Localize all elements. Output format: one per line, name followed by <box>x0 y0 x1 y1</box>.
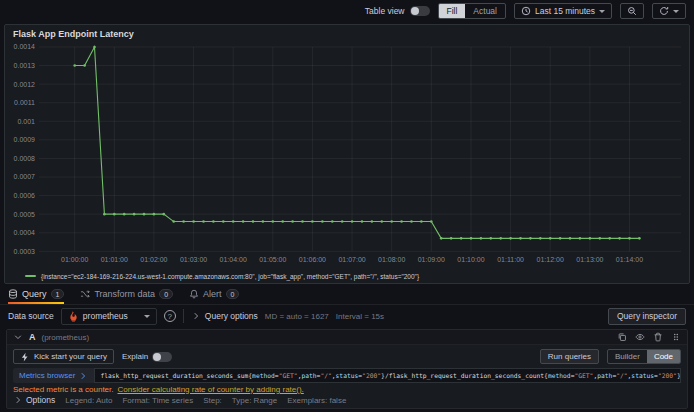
editor-tabs: Query 1 Transform data 0 Alert 0 <box>0 284 694 305</box>
add-rate-link[interactable]: Consider calculating rate of counter by … <box>118 385 304 394</box>
tab-count-badge: 1 <box>51 289 65 299</box>
caret-down-icon <box>599 10 605 13</box>
kick-start-label: Kick start your query <box>34 352 107 361</box>
explain-label: Explain <box>122 352 148 361</box>
query-datasource-ref: (prometheus) <box>42 333 90 342</box>
query-editor-row: A (prometheus) <box>6 329 688 409</box>
table-view-control: Table view <box>365 6 430 16</box>
hide-query-eye-icon[interactable] <box>635 332 645 342</box>
tab-count-badge: 0 <box>159 289 173 299</box>
promql-expression[interactable]: flask_http_request_duration_seconds_sum{… <box>94 368 681 383</box>
divider <box>183 309 184 323</box>
panel-size-toggle: Fill Actual <box>438 3 506 19</box>
database-icon <box>8 289 18 299</box>
svg-text:0.0013: 0.0013 <box>14 62 36 69</box>
query-options-toggle[interactable]: Query options <box>191 311 258 321</box>
refresh-button[interactable] <box>652 3 686 19</box>
chart-canvas[interactable]: 01:00:0001:01:0001:02:0001:03:0001:04:00… <box>5 41 689 269</box>
timeseries-panel: Flask App Endpoint Latency 01:00:0001:01… <box>4 24 690 284</box>
fill-button[interactable]: Fill <box>439 4 466 18</box>
legend: {instance="ec2-184-169-216-224.us-west-1… <box>5 269 689 283</box>
svg-text:01:07:00: 01:07:00 <box>338 256 365 263</box>
svg-text:0.0011: 0.0011 <box>14 99 35 106</box>
svg-text:01:04:00: 01:04:00 <box>220 256 247 263</box>
svg-text:01:13:00: 01:13:00 <box>576 256 603 263</box>
tab-label: Alert <box>203 289 222 299</box>
time-range-picker[interactable]: Last 15 minutes <box>514 3 612 19</box>
builder-button[interactable]: Builder <box>608 350 647 363</box>
caret-down-icon <box>144 315 150 318</box>
timeseries-chart[interactable]: 01:00:0001:01:0001:02:0001:03:0001:04:00… <box>5 41 689 269</box>
svg-text:01:05:00: 01:05:00 <box>259 256 286 263</box>
svg-text:0.0009: 0.0009 <box>14 136 36 143</box>
clock-icon <box>521 6 531 16</box>
tab-alert[interactable]: Alert 0 <box>189 284 239 304</box>
query-row-actions <box>617 332 681 342</box>
table-view-label: Table view <box>365 6 405 16</box>
options-summary: Legend: AutoFormat: Time seriesStep:Type… <box>65 396 346 405</box>
question-glyph: ? <box>168 312 172 321</box>
svg-text:01:09:00: 01:09:00 <box>418 256 445 263</box>
datasource-name: prometheus <box>83 311 128 321</box>
tab-transform-data[interactable]: Transform data 0 <box>80 284 173 304</box>
svg-text:0.0006: 0.0006 <box>14 192 36 199</box>
metrics-browser-label: Metrics browser <box>19 371 75 380</box>
query-row-header[interactable]: A (prometheus) <box>7 330 687 345</box>
caret-down-icon <box>673 10 679 13</box>
datasource-help-button[interactable]: ? <box>164 310 176 322</box>
svg-text:01:10:00: 01:10:00 <box>457 256 484 263</box>
datasource-picker[interactable]: prometheus <box>61 308 157 325</box>
options-label: Options <box>26 395 55 405</box>
svg-text:01:14:00: 01:14:00 <box>616 256 643 263</box>
query-options-summary: MD = auto = 1627 <box>265 312 329 321</box>
kick-start-query-button[interactable]: Kick start your query <box>13 349 114 364</box>
query-options-label: Query options <box>205 311 258 321</box>
svg-text:0.0005: 0.0005 <box>14 210 36 217</box>
tab-label: Query <box>22 289 47 299</box>
chevron-right-icon <box>191 311 201 321</box>
tab-count-badge: 0 <box>226 289 240 299</box>
drag-handle-icon[interactable] <box>671 332 681 342</box>
metrics-browser-toggle[interactable]: Metrics browser <box>13 368 94 383</box>
svg-text:01:01:00: 01:01:00 <box>101 256 128 263</box>
actual-button[interactable]: Actual <box>465 4 505 18</box>
svg-text:01:03:00: 01:03:00 <box>180 256 207 263</box>
zoom-out-button[interactable] <box>620 3 644 19</box>
legend-series-label[interactable]: {instance="ec2-184-169-216-224.us-west-1… <box>41 273 419 280</box>
tab-label: Transform data <box>94 289 155 299</box>
tab-query[interactable]: Query 1 <box>8 284 64 304</box>
run-queries-button[interactable]: Run queries <box>540 349 599 364</box>
svg-text:0.0014: 0.0014 <box>14 43 36 50</box>
explain-toggle[interactable] <box>152 352 172 362</box>
svg-text:01:11:00: 01:11:00 <box>497 256 524 263</box>
svg-text:0.0004: 0.0004 <box>14 229 36 236</box>
panel-title: Flask App Endpoint Latency <box>5 25 689 41</box>
expression-row: Metrics browser flask_http_request_durat… <box>7 368 687 383</box>
remove-query-trash-icon[interactable] <box>653 332 663 342</box>
code-button[interactable]: Code <box>647 350 680 363</box>
options-toggle[interactable]: Options <box>13 395 55 405</box>
svg-text:0.0007: 0.0007 <box>14 173 36 180</box>
transform-icon <box>80 289 90 299</box>
chevron-down-icon[interactable] <box>13 332 23 342</box>
svg-text:01:00:00: 01:00:00 <box>61 256 88 263</box>
query-toolbar: Kick start your query Explain Run querie… <box>7 347 687 366</box>
counter-warning: Selected metric is a counter. Consider c… <box>7 384 687 394</box>
svg-text:01:12:00: 01:12:00 <box>537 256 564 263</box>
zoom-out-icon <box>627 6 637 16</box>
svg-text:01:02:00: 01:02:00 <box>140 256 167 263</box>
grafana-panel-editor: Table view Fill Actual Last 15 minutes <box>0 0 694 412</box>
chevron-right-icon <box>13 395 23 405</box>
query-inspector-button[interactable]: Query inspector <box>608 308 686 325</box>
table-view-toggle[interactable] <box>410 6 430 16</box>
svg-text:0.0003: 0.0003 <box>14 248 36 255</box>
query-ref-id: A <box>29 332 36 342</box>
datasource-label: Data source <box>8 311 54 321</box>
duplicate-query-icon[interactable] <box>617 332 627 342</box>
query-options-footer: Options Legend: AutoFormat: Time seriesS… <box>7 394 687 406</box>
legend-series-swatch <box>25 275 36 277</box>
svg-text:0.0012: 0.0012 <box>14 80 36 87</box>
prometheus-logo-icon <box>68 311 79 322</box>
bolt-icon <box>20 352 30 362</box>
time-range-label: Last 15 minutes <box>535 6 595 16</box>
